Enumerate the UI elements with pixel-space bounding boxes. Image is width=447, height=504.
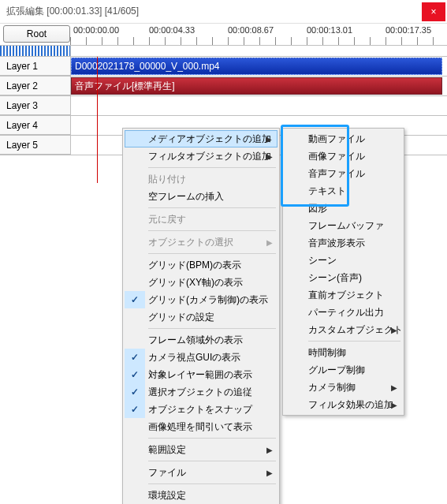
menu-separator	[148, 207, 276, 208]
menu-separator	[148, 461, 276, 461]
chevron-right-icon: ▶	[391, 401, 397, 409]
menu-item-label: 画像処理を間引いて表示	[148, 420, 252, 434]
menu-env[interactable]: 環境設定	[125, 487, 278, 504]
menu-separator	[148, 167, 276, 168]
layer-label-1[interactable]: Layer 1	[0, 57, 71, 76]
waveform-label	[0, 46, 71, 56]
ruler-marks	[70, 37, 447, 45]
menu-item-label: フィルタオブジェクトの追加	[148, 150, 271, 163]
menu-item-label: メディアオブジェクトの追加	[148, 133, 271, 146]
track-2[interactable]: 音声ファイル[標準再生]	[71, 77, 447, 95]
window-title: 拡張編集 [00:00:01.33] [41/605]	[6, 5, 139, 18]
chevron-right-icon: ▶	[266, 135, 272, 144]
menu-paste[interactable]: 貼り付け	[125, 170, 278, 188]
check-icon: ✓	[125, 401, 145, 418]
playhead[interactable]	[97, 57, 98, 183]
menu-item-label: 範囲設定	[148, 443, 186, 457]
menu-item-label: オブジェクトをスナップ	[148, 403, 252, 416]
waveform-area[interactable]	[71, 46, 447, 56]
submenu-shape[interactable]: 図形	[285, 200, 402, 217]
layer-row: Layer 2 音声ファイル[標準再生]	[0, 77, 447, 96]
menu-item-label: グリッド(BPM)の表示	[148, 259, 241, 272]
submenu-scene-audio[interactable]: シーン(音声)	[285, 269, 402, 286]
menu-separator	[148, 438, 276, 439]
submenu-scene[interactable]: シーン	[285, 252, 402, 269]
menu-file[interactable]: ファイル ▶	[125, 464, 278, 481]
chevron-right-icon: ▶	[266, 152, 273, 161]
layer-row: Layer 3	[0, 96, 447, 116]
menu-item-label: フィルタ効果の追加	[308, 398, 393, 412]
menu-item-label: シーン	[308, 254, 337, 267]
close-icon: ×	[430, 6, 436, 17]
menu-item-label: 対象レイヤー範囲の表示	[148, 368, 252, 382]
ruler-tick: 00:00:17.35	[386, 25, 431, 35]
menu-select-obj[interactable]: オブジェクトの選択 ▶	[125, 233, 278, 251]
menu-layer-range[interactable]: ✓ 対象レイヤー範囲の表示	[125, 366, 278, 383]
track-1[interactable]: D0002021178_00000_V_000.mp4	[71, 57, 447, 76]
submenu-time-ctrl[interactable]: 時間制御	[285, 344, 402, 361]
clip-audio-label: 音声ファイル[標準再生]	[75, 80, 175, 93]
menu-follow-sel[interactable]: ✓ 選択オブジェクトの追従	[125, 383, 278, 401]
layer-label-3[interactable]: Layer 3	[0, 96, 71, 115]
menu-add-media[interactable]: メディアオブジェクトの追加 ▶	[125, 130, 278, 147]
menu-thin-image[interactable]: 画像処理を間引いて表示	[125, 418, 278, 435]
menu-item-label: グリッド(カメラ制御)の表示	[148, 293, 268, 307]
menu-camera-gui[interactable]: ✓ カメラ視点GUIの表示	[125, 349, 278, 366]
menu-snap[interactable]: ✓ オブジェクトをスナップ	[125, 401, 278, 418]
menu-grid-camera[interactable]: ✓ グリッド(カメラ制御)の表示	[125, 291, 278, 308]
ruler-tick: 00:00:04.33	[149, 25, 195, 35]
context-menu: メディアオブジェクトの追加 ▶ フィルタオブジェクトの追加 ▶ 貼り付け 空フレ…	[122, 128, 280, 504]
menu-separator	[148, 253, 276, 254]
clip-video[interactable]: D0002021178_00000_V_000.mp4	[71, 58, 442, 75]
chevron-right-icon: ▶	[266, 446, 273, 454]
submenu-audio-file[interactable]: 音声ファイル	[285, 165, 402, 182]
submenu-group-ctrl[interactable]: グループ制御	[285, 361, 402, 379]
menu-item-label: テキスト	[308, 185, 346, 198]
submenu-video-file[interactable]: 動画ファイル	[285, 130, 402, 147]
layer-label-5[interactable]: Layer 5	[0, 136, 71, 155]
menu-item-label: フレームバッファ	[308, 219, 384, 233]
ruler-tick: 00:00:00.00	[73, 25, 119, 35]
menu-grid-settings[interactable]: グリッドの設定	[125, 308, 278, 326]
menu-grid-bpm[interactable]: グリッド(BPM)の表示	[125, 256, 278, 274]
menu-range-settings[interactable]: 範囲設定 ▶	[125, 441, 278, 458]
menu-item-label: 元に戻す	[148, 213, 186, 226]
chevron-right-icon: ▶	[391, 383, 397, 392]
menu-insert-empty[interactable]: 空フレームの挿入	[125, 188, 278, 205]
menu-item-label: ファイル	[148, 466, 186, 480]
root-button[interactable]: Root	[3, 25, 70, 43]
menu-separator	[308, 341, 400, 342]
menu-item-label: グリッド(XY軸)の表示	[148, 276, 243, 289]
menu-item-label: カスタムオブジェクト	[308, 323, 403, 337]
layer-label-4[interactable]: Layer 4	[0, 116, 71, 135]
submenu-framebuffer[interactable]: フレームバッファ	[285, 217, 402, 234]
ruler[interactable]: 00:00:00.00 00:00:04.33 00:00:08.67 00:0…	[70, 24, 447, 45]
layer-row: Layer 1 D0002021178_00000_V_000.mp4	[0, 57, 447, 77]
menu-undo[interactable]: 元に戻す	[125, 211, 278, 228]
menu-item-label: オブジェクトの選択	[148, 236, 233, 249]
menu-item-label: グループ制御	[308, 364, 365, 377]
menu-separator	[148, 483, 276, 484]
submenu-prev-obj[interactable]: 直前オブジェクト	[285, 286, 402, 304]
menu-separator	[148, 328, 276, 329]
submenu-particle[interactable]: パーティクル出力	[285, 304, 402, 321]
submenu-custom-obj[interactable]: カスタムオブジェクト ▶	[285, 321, 402, 338]
submenu-add-filter-effect[interactable]: フィルタ効果の追加 ▶	[285, 396, 402, 413]
layer-label-2[interactable]: Layer 2	[0, 77, 71, 95]
submenu-image-file[interactable]: 画像ファイル	[285, 147, 402, 165]
menu-frame-outside[interactable]: フレーム領域外の表示	[125, 331, 278, 349]
menu-item-label: パーティクル出力	[308, 306, 384, 319]
track-3[interactable]	[71, 96, 447, 115]
menu-item-label: 動画ファイル	[308, 133, 365, 146]
menu-grid-xy[interactable]: グリッド(XY軸)の表示	[125, 274, 278, 291]
waveform-row	[0, 46, 447, 57]
menu-item-label: 選択オブジェクトの追従	[148, 386, 252, 399]
submenu-wave-display[interactable]: 音声波形表示	[285, 234, 402, 252]
submenu-camera-ctrl[interactable]: カメラ制御 ▶	[285, 379, 402, 396]
clip-audio[interactable]: 音声ファイル[標準再生]	[71, 77, 442, 95]
root-button-label: Root	[27, 28, 47, 39]
close-button[interactable]: ×	[422, 2, 445, 21]
submenu-text[interactable]: テキスト	[285, 182, 402, 200]
menu-item-label: 音声波形表示	[308, 237, 365, 250]
menu-add-filter[interactable]: フィルタオブジェクトの追加 ▶	[125, 147, 278, 165]
